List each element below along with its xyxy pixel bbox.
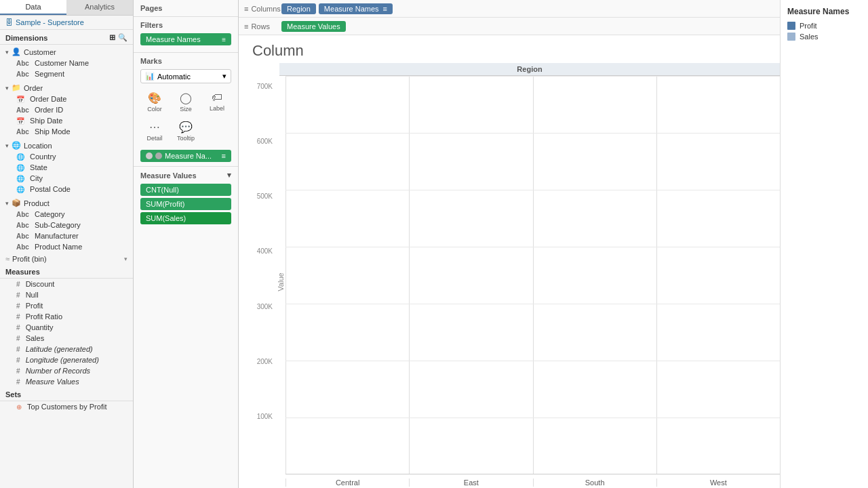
hash-icon: # — [16, 378, 20, 386]
dim-category[interactable]: Abc Category — [0, 209, 133, 220]
dim-quantity[interactable]: # Quantity — [0, 322, 133, 333]
globe-icon: 🌐 — [16, 153, 24, 161]
dim-discount[interactable]: # Discount — [0, 279, 133, 289]
measure-values-section: Measure Values ▾ CNT(Null) SUM(Profit) S… — [134, 167, 238, 488]
mv-pill-sum-sales[interactable]: SUM(Sales) — [140, 212, 231, 224]
region-label-west: West — [656, 479, 780, 487]
y-label-500k: 500K — [257, 192, 273, 200]
legend-color-sales — [787, 33, 795, 41]
shelf-pill-measure-names[interactable]: Measure Names ≡ — [319, 3, 393, 14]
chart-container: 700K 600K 500K 400K 300K 200K 100K Value — [239, 76, 780, 488]
legend-item-profit[interactable]: Profit — [787, 22, 861, 30]
region-label-south: South — [533, 479, 656, 487]
dim-country[interactable]: 🌐 Country — [0, 151, 133, 162]
dim-profit[interactable]: # Profit — [0, 300, 133, 311]
dim-product-name[interactable]: Abc Product Name — [0, 241, 133, 252]
label-label: Label — [210, 105, 224, 112]
dim-num-records[interactable]: # Number of Records — [0, 365, 133, 376]
legend-item-sales[interactable]: Sales — [787, 33, 861, 41]
group-product-label: Product — [24, 199, 50, 207]
shelf-pill-region[interactable]: Region — [281, 3, 316, 14]
middle-panel: Pages Filters Measure Names ≡ Marks 📊 Au… — [134, 0, 239, 488]
tab-data[interactable]: Data — [0, 0, 66, 15]
filter-pill-measure-names[interactable]: Measure Names ≡ — [140, 33, 231, 45]
dim-profit-bin[interactable]: ≈ Profit (bin) ▾ — [0, 253, 133, 264]
dim-sales[interactable]: # Sales — [0, 333, 133, 344]
bin-icon: ≈ — [5, 255, 9, 263]
mv-pill-cnt-null-label: CNT(Null) — [146, 186, 179, 194]
dim-manufacturer[interactable]: Abc Manufacturer — [0, 230, 133, 241]
group-product-header[interactable]: ▾ 📦 Product — [0, 197, 133, 209]
dim-null[interactable]: # Null — [0, 289, 133, 300]
rows-label: ≡ Rows — [244, 22, 281, 30]
marks-label-btn[interactable]: 🏷 Label — [203, 89, 231, 115]
region-west — [656, 76, 780, 474]
marks-section: Marks 📊 Automatic ▾ 🎨 Color ◯ Size 🏷 Lab… — [134, 53, 238, 167]
measure-values-dropdown-icon[interactable]: ▾ — [227, 171, 231, 180]
dim-latitude[interactable]: # Latitude (generated) — [0, 344, 133, 354]
region-south — [533, 76, 656, 474]
dim-top-customers[interactable]: ⊕ Top Customers by Profit — [0, 401, 133, 412]
group-location-header[interactable]: ▾ 🌐 Location — [0, 140, 133, 151]
dim-customer-name[interactable]: Abc Customer Name — [0, 58, 133, 68]
dim-postal-code[interactable]: 🌐 Postal Code — [0, 184, 133, 195]
dim-order-date[interactable]: 📅 Order Date — [0, 94, 133, 104]
dim-ship-mode[interactable]: Abc Ship Mode — [0, 126, 133, 137]
dim-profit-ratio[interactable]: # Profit Ratio — [0, 311, 133, 322]
columns-shelf: ≡ Columns Region Measure Names ≡ — [239, 0, 780, 18]
tooltip-label: Tooltip — [177, 135, 195, 142]
dim-measure-values[interactable]: # Measure Values — [0, 376, 133, 387]
search-icon[interactable]: 🔍 — [118, 33, 127, 42]
group-customer: ▾ 👤 Customer Abc Customer Name Abc Segme… — [0, 45, 133, 81]
pill-settings-icon: ≡ — [222, 152, 226, 160]
measure-values-pill-label: Measure Values — [287, 22, 340, 30]
dimensions-header-icons: ⊞ 🔍 — [109, 33, 127, 42]
mv-pill-sum-sales-label: SUM(Sales) — [146, 214, 186, 222]
abc-icon: Abc — [16, 60, 29, 67]
marks-detail-btn[interactable]: ⋯ Detail — [140, 118, 169, 144]
measure-na-dot — [146, 152, 153, 159]
measure-na-pill[interactable]: Measure Na... ≡ — [140, 150, 231, 162]
group-location: ▾ 🌐 Location 🌐 Country 🌐 State 🌐 City 🌐 … — [0, 138, 133, 196]
datasource-item[interactable]: 🗄 Sample - Superstore — [0, 16, 133, 30]
dim-order-id[interactable]: Abc Order ID — [0, 104, 133, 115]
tab-analytics[interactable]: Analytics — [66, 0, 133, 15]
group-order-header[interactable]: ▾ 📁 Order — [0, 82, 133, 94]
chevron-icon: ▾ — [5, 49, 9, 56]
group-customer-header[interactable]: ▾ 👤 Customer — [0, 46, 133, 58]
detail-label: Detail — [146, 135, 162, 142]
dimensions-header: Dimensions ⊞ 🔍 — [0, 30, 133, 45]
grid-icon[interactable]: ⊞ — [109, 33, 115, 42]
y-axis-title: Value — [277, 272, 285, 291]
legend-label-sales: Sales — [800, 33, 818, 41]
dim-segment[interactable]: Abc Segment — [0, 68, 133, 79]
dim-ship-date[interactable]: 📅 Ship Date — [0, 115, 133, 126]
sidebar: Data Analytics 🗄 Sample - Superstore Dim… — [0, 0, 134, 488]
y-label-100k: 100K — [257, 413, 273, 420]
measure-values-header: Measure Values ▾ — [140, 171, 231, 180]
y-label-600k: 600K — [257, 138, 273, 145]
marks-type-label: Automatic — [157, 73, 191, 81]
marks-size-btn[interactable]: ◯ Size — [172, 89, 200, 115]
filter-pill-icon: ≡ — [222, 36, 226, 43]
marks-type-dropdown[interactable]: 📊 Automatic ▾ — [140, 69, 231, 83]
detail-icon: ⋯ — [149, 121, 160, 134]
dim-city[interactable]: 🌐 City — [0, 173, 133, 184]
abc-icon: Abc — [16, 243, 29, 251]
dim-sub-category[interactable]: Abc Sub-Category — [0, 220, 133, 230]
abc-icon: Abc — [16, 70, 29, 78]
chart-title: Column — [239, 35, 780, 63]
dim-longitude[interactable]: # Longitude (generated) — [0, 354, 133, 365]
dim-state[interactable]: 🌐 State — [0, 162, 133, 173]
mv-pill-sum-profit[interactable]: SUM(Profit) — [140, 198, 231, 210]
mv-pill-sum-profit-label: SUM(Profit) — [146, 200, 184, 208]
folder-icon: 📦 — [12, 199, 21, 207]
abc-icon: Abc — [16, 232, 29, 240]
filter-pill-label: Measure Names — [146, 35, 201, 43]
label-icon: 🏷 — [212, 92, 222, 104]
hash-icon: # — [16, 324, 20, 331]
marks-tooltip-btn[interactable]: 💬 Tooltip — [172, 118, 200, 144]
mv-pill-cnt-null[interactable]: CNT(Null) — [140, 184, 231, 196]
shelf-pill-measure-values[interactable]: Measure Values — [281, 21, 346, 32]
marks-color-btn[interactable]: 🎨 Color — [140, 89, 169, 115]
